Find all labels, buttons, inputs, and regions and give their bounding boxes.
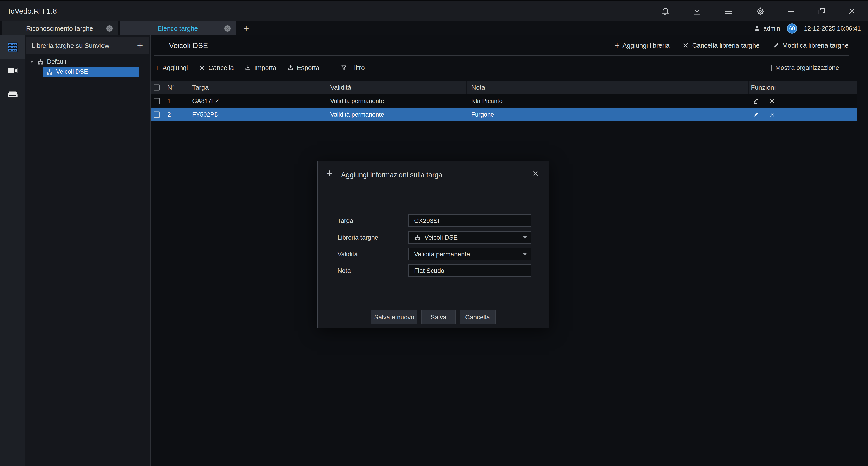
col-nota: Nota	[471, 84, 485, 91]
x-icon	[198, 64, 206, 71]
field-label-libreria: Libreria targhe	[337, 231, 378, 244]
row-checkbox[interactable]	[154, 111, 160, 118]
new-tab-button[interactable]: +	[238, 22, 254, 35]
delete-row-icon[interactable]	[769, 111, 775, 118]
save-button[interactable]: Salva	[421, 310, 456, 324]
add-plate-button[interactable]: + Aggiungi	[154, 63, 188, 72]
field-label-validita: Validità	[337, 248, 358, 260]
close-icon[interactable]	[848, 7, 856, 15]
tab-riconoscimento-targhe[interactable]: Riconoscimento targhe	[2, 22, 118, 35]
delete-library-button[interactable]: Cancella libreria targhe	[682, 42, 760, 49]
download-icon[interactable]	[692, 6, 702, 16]
window-top-edge	[0, 0, 868, 1]
server-stack-icon	[7, 41, 18, 53]
page-title: Veicoli DSE	[169, 41, 208, 50]
session-badge: 60	[787, 23, 797, 34]
plate-value: GA817EZ	[192, 97, 219, 104]
cancel-button[interactable]: Cancella	[460, 310, 496, 324]
edit-library-button[interactable]: Modifica libreria targhe	[772, 42, 848, 49]
organization-icon	[37, 58, 44, 65]
nav-item-plate-library[interactable]	[0, 35, 25, 59]
col-n: N°	[167, 84, 175, 91]
delete-row-icon[interactable]	[769, 98, 775, 104]
collapse-caret-icon[interactable]	[30, 61, 34, 63]
tab-close-icon[interactable]	[106, 25, 113, 32]
header-divider	[154, 55, 849, 56]
col-validita: Validità	[330, 84, 351, 91]
drive-icon	[7, 89, 18, 100]
delete-plate-button[interactable]: Cancella	[198, 64, 234, 72]
tree-item-label: Default	[47, 58, 66, 65]
x-icon	[682, 42, 689, 49]
plate-value: FY502PD	[192, 111, 219, 118]
targa-input[interactable]: CX293SF	[408, 214, 531, 227]
tab-label: Riconoscimento targhe	[26, 25, 93, 32]
tab-elenco-targhe[interactable]: Elenco targhe	[120, 22, 236, 35]
plus-icon: +	[615, 41, 620, 50]
table-header: N° Targa Validità Nota Funzioni	[151, 81, 857, 94]
tab-bar: Riconoscimento targhe Elenco targhe + ad…	[0, 22, 868, 35]
tree-item-label: Veicoli DSE	[56, 68, 88, 75]
import-button[interactable]: Importa	[244, 64, 276, 72]
nota-input[interactable]: Fiat Scudo	[408, 264, 531, 277]
user-menu[interactable]: admin	[753, 25, 780, 32]
add-library-button[interactable]: + Aggiungi libreria	[615, 41, 670, 50]
app-title: IoVedo.RH 1.8	[8, 7, 57, 15]
col-targa: Targa	[192, 84, 209, 91]
datetime-text: 12-12-2025 16:06:41	[804, 25, 861, 32]
username-text: admin	[764, 25, 780, 32]
minimize-icon[interactable]	[787, 7, 796, 15]
import-icon	[244, 64, 251, 71]
export-icon	[287, 64, 294, 71]
row-checkbox[interactable]	[154, 98, 160, 104]
title-bar: IoVedo.RH 1.8	[0, 0, 868, 22]
tab-label: Elenco targhe	[158, 25, 198, 32]
tree-panel-title: Libreria targhe su Sunview	[32, 42, 109, 49]
table-row[interactable]: 1 GA817EZ Validità permanente KIa Picant…	[151, 95, 857, 107]
tree-item-default[interactable]: Default	[30, 57, 66, 67]
tree-item-veicoli-dse[interactable]: Veicoli DSE	[43, 67, 139, 77]
show-organization-toggle[interactable]: Mostra organizzazione	[766, 60, 839, 75]
add-plate-dialog: + Aggiungi informazioni sulla targa Targ…	[317, 161, 549, 328]
nav-icon-strip	[0, 35, 25, 466]
gear-icon[interactable]	[755, 6, 765, 16]
plus-icon: +	[154, 63, 160, 72]
chevron-down-icon	[523, 236, 527, 239]
organization-icon	[46, 68, 53, 75]
chevron-down-icon	[523, 253, 527, 255]
export-button[interactable]: Esporta	[287, 64, 319, 72]
tree-panel-header: Libreria targhe su Sunview +	[26, 37, 149, 55]
pencil-icon	[772, 42, 780, 49]
select-all-checkbox[interactable]	[154, 84, 160, 90]
edit-row-icon[interactable]	[752, 111, 759, 118]
nav-item-cameras[interactable]	[0, 59, 25, 82]
libreria-select[interactable]: Veicoli DSE	[408, 231, 531, 244]
organization-icon	[414, 234, 421, 241]
add-library-icon[interactable]: +	[137, 40, 143, 51]
restore-icon[interactable]	[817, 7, 826, 15]
bell-icon[interactable]	[660, 6, 670, 16]
filter-button[interactable]: Filtro	[340, 64, 365, 72]
plus-icon: +	[326, 168, 333, 178]
camera-icon	[7, 65, 18, 76]
field-label-nota: Nota	[337, 264, 351, 277]
edit-row-icon[interactable]	[752, 98, 759, 104]
dialog-title: Aggiungi informazioni sulla targa	[341, 171, 442, 179]
plates-table: N° Targa Validità Nota Funzioni 1 GA817E…	[151, 81, 857, 121]
nav-item-storage[interactable]	[0, 82, 25, 106]
show-organization-checkbox[interactable]	[766, 65, 772, 71]
app-window: IoVedo.RH 1.8 Riconoscimento targhe Elen…	[0, 0, 868, 466]
filter-icon	[340, 64, 347, 71]
user-icon	[753, 25, 761, 32]
validita-select[interactable]: Validità permanente	[408, 248, 531, 260]
menu-icon[interactable]	[724, 6, 734, 16]
field-label-targa: Targa	[337, 214, 353, 227]
tab-close-icon[interactable]	[224, 25, 231, 32]
library-tree-panel: Libreria targhe su Sunview + Default Vei…	[25, 35, 150, 466]
show-organization-label: Mostra organizzazione	[775, 64, 839, 71]
dialog-close-icon[interactable]	[531, 169, 540, 178]
save-and-new-button[interactable]: Salva e nuovo	[371, 310, 417, 324]
col-funzioni: Funzioni	[751, 84, 776, 91]
table-row-selected[interactable]: 2 FY502PD Validità permanente Furgone	[151, 108, 857, 121]
